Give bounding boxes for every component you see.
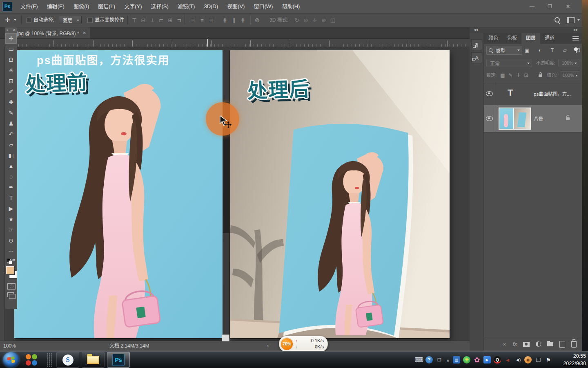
- panel-tab[interactable]: 通道: [540, 33, 559, 44]
- layer-name[interactable]: 背景: [534, 115, 543, 122]
- menu-item[interactable]: 图像(I): [69, 0, 94, 13]
- default-colors-control[interactable]: ⇄: [5, 257, 17, 265]
- tab-close-icon[interactable]: ✕: [83, 31, 86, 35]
- panel-menu-icon[interactable]: [572, 36, 579, 37]
- menu-item[interactable]: 3D(D): [199, 0, 223, 13]
- filter-shape-layers-icon[interactable]: ▱: [563, 47, 566, 53]
- layer-style-icon[interactable]: fx: [512, 341, 517, 347]
- menu-item[interactable]: 窗口(W): [249, 0, 277, 13]
- 3d-scale-icon[interactable]: ◫: [328, 17, 337, 23]
- 3d-slide-icon[interactable]: ⊕: [319, 17, 328, 23]
- lock-position-icon[interactable]: ✛: [516, 72, 520, 78]
- lock-artboard-icon[interactable]: ⊡: [524, 72, 528, 78]
- auto-select-dropdown[interactable]: 图层: [59, 16, 82, 24]
- filter-type-layers-icon[interactable]: T: [551, 47, 554, 53]
- new-group-icon[interactable]: [547, 342, 553, 346]
- 3d-rotate-icon[interactable]: ↻: [292, 17, 301, 23]
- align-bottom-edges-icon[interactable]: ⊥: [148, 17, 157, 23]
- auto-select-checkbox[interactable]: [26, 18, 31, 23]
- expand-panels-icon[interactable]: ▶▶: [574, 27, 578, 33]
- menu-item[interactable]: 视图(V): [223, 0, 249, 13]
- layer-name[interactable]: ps曲面贴图，方...: [534, 90, 571, 97]
- lock-icons: ▦✎✛⊡: [500, 71, 528, 79]
- distribute-right-edges-icon[interactable]: ⋕: [238, 17, 247, 23]
- toolbox-collapse-icon[interactable]: »: [7, 27, 8, 33]
- eye-icon[interactable]: [486, 116, 493, 121]
- link-layers-icon[interactable]: ∞: [503, 341, 506, 347]
- 3d-roll-icon[interactable]: ⊙: [301, 17, 310, 23]
- workspace-switcher-icon[interactable]: [567, 17, 575, 23]
- menu-item[interactable]: 图层(L): [94, 0, 120, 13]
- filter-pixel-layers-icon[interactable]: ▣: [525, 47, 529, 53]
- align-right-edges-icon[interactable]: ⊐: [175, 17, 184, 23]
- current-tool-icon[interactable]: ✛: [5, 13, 10, 27]
- search-icon[interactable]: [555, 17, 560, 22]
- visibility-cell[interactable]: [484, 82, 495, 105]
- taskbar-sogou-button[interactable]: S: [56, 352, 79, 368]
- download-progress-widget[interactable]: 76% ↑ 0.1K/s ↓ 0K/s: [279, 336, 328, 352]
- layer-row-background[interactable]: 背景: [484, 105, 582, 132]
- separator: [185, 16, 185, 25]
- panel-tab[interactable]: 颜色: [484, 33, 503, 44]
- distribute-left-edges-icon[interactable]: ⋕: [220, 17, 229, 23]
- align-left-edges-icon[interactable]: ⊏: [157, 17, 166, 23]
- align-horizontal-centers-icon[interactable]: ⊞: [166, 17, 175, 23]
- lock-transparent-pixels-icon[interactable]: ▦: [500, 72, 505, 78]
- taskbar-explorer-button[interactable]: [82, 352, 105, 368]
- show-transform-checkbox[interactable]: [87, 18, 93, 23]
- filter-adjustment-layers-icon[interactable]: ◐: [539, 47, 541, 53]
- maximize-button[interactable]: ❐: [544, 0, 556, 13]
- status-chevron-icon[interactable]: ›: [267, 341, 269, 351]
- lock-all-icon[interactable]: [539, 74, 542, 77]
- distribute-horizontal-centers-icon[interactable]: ∥: [229, 17, 238, 23]
- quick-mask-button[interactable]: [7, 283, 16, 289]
- auto-align-icon[interactable]: ⊚: [255, 13, 260, 27]
- distribute-bottom-edges-icon[interactable]: ≣: [207, 17, 216, 23]
- lock-image-pixels-icon[interactable]: ✎: [508, 72, 512, 78]
- layer-filter-type-dropdown[interactable]: 类型: [486, 46, 522, 55]
- toolbox-close-icon[interactable]: ✕: [13, 27, 16, 33]
- close-button[interactable]: ✕: [562, 0, 574, 13]
- zoom-level-field[interactable]: 100%: [3, 341, 16, 351]
- distribute-vertical-centers-icon[interactable]: ≡: [198, 17, 207, 23]
- taskbar-photoshop-button[interactable]: Ps: [107, 352, 130, 368]
- menu-item[interactable]: 选择(S): [146, 0, 173, 13]
- 3d-drag-icon[interactable]: ✛: [310, 17, 319, 23]
- fill-value-dropdown[interactable]: 100%: [560, 71, 580, 79]
- utility-app-icon[interactable]: [25, 354, 38, 366]
- menu-item[interactable]: 滤镜(T): [173, 0, 200, 13]
- menu-item[interactable]: 帮助(H): [277, 0, 304, 13]
- distribute-top-edges-icon[interactable]: ≣: [189, 17, 198, 23]
- foreground-color-swatch[interactable]: [6, 266, 14, 274]
- new-layer-icon[interactable]: [559, 341, 565, 348]
- eye-icon[interactable]: [486, 91, 493, 96]
- screen-mode-button[interactable]: [7, 292, 14, 297]
- minimize-button[interactable]: —: [526, 0, 538, 13]
- opacity-value-dropdown[interactable]: 100%: [558, 59, 579, 67]
- menu-item[interactable]: 文件(F): [16, 0, 42, 13]
- tool-preset-arrow-icon[interactable]: [14, 19, 16, 21]
- visibility-cell[interactable]: [484, 105, 495, 132]
- chevron-down-icon[interactable]: [577, 19, 580, 21]
- photoshop-app-icon[interactable]: Ps: [2, 2, 12, 11]
- layer-row-text[interactable]: T ps曲面贴图，方...: [484, 82, 582, 105]
- filter-toggle-pin-icon[interactable]: [574, 47, 578, 51]
- panel-tab[interactable]: 图层: [521, 33, 540, 44]
- adjustment-layer-icon[interactable]: [536, 341, 541, 347]
- collapse-panels-icon[interactable]: ◀◀: [474, 27, 478, 33]
- menu-item[interactable]: 文字(Y): [120, 0, 146, 13]
- paragraph-panel-icon[interactable]: ¶: [471, 39, 482, 50]
- taskbar-clock[interactable]: 20:55 2022/9/30: [553, 352, 586, 367]
- swap-colors-icon[interactable]: ⇄: [12, 258, 16, 262]
- start-button[interactable]: [3, 352, 19, 368]
- align-top-edges-icon[interactable]: ⊤: [130, 17, 139, 23]
- menu-item[interactable]: 编辑(E): [42, 0, 69, 13]
- separator: [250, 16, 251, 25]
- align-vertical-centers-icon[interactable]: ⊟: [139, 17, 148, 23]
- blend-mode-dropdown[interactable]: 正常: [486, 59, 532, 67]
- character-panel-icon[interactable]: A: [471, 52, 482, 63]
- document-tab[interactable]: jpg @ 100% (背景, RGB/8) * ✕: [14, 27, 90, 38]
- add-layer-mask-icon[interactable]: [523, 342, 530, 347]
- delete-layer-icon[interactable]: [571, 341, 577, 348]
- panel-tab[interactable]: 色板: [503, 33, 521, 44]
